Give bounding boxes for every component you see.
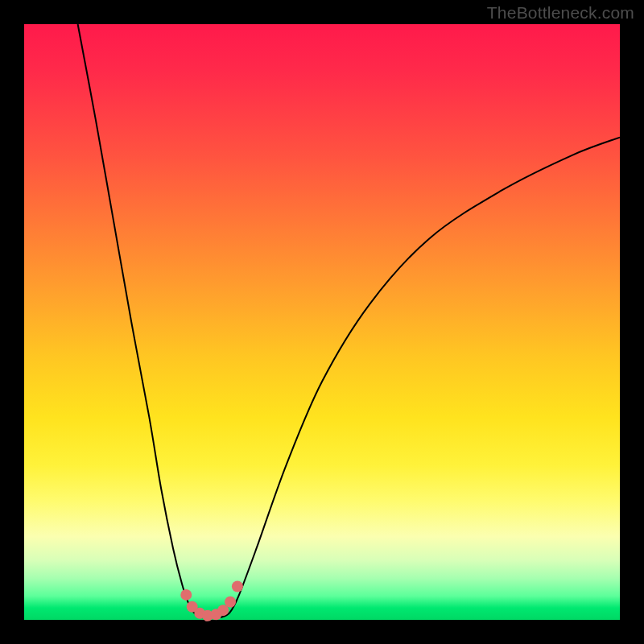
trough-marker	[225, 597, 236, 608]
chart-frame: TheBottleneck.com	[0, 0, 644, 644]
left-curve	[78, 24, 203, 617]
trough-marker	[232, 581, 243, 592]
trough-marker	[180, 589, 192, 601]
watermark-text: TheBottleneck.com	[487, 3, 634, 23]
plot-area	[24, 24, 620, 620]
right-curve	[221, 138, 620, 617]
curve-layer	[24, 24, 620, 620]
trough-markers	[180, 581, 243, 621]
